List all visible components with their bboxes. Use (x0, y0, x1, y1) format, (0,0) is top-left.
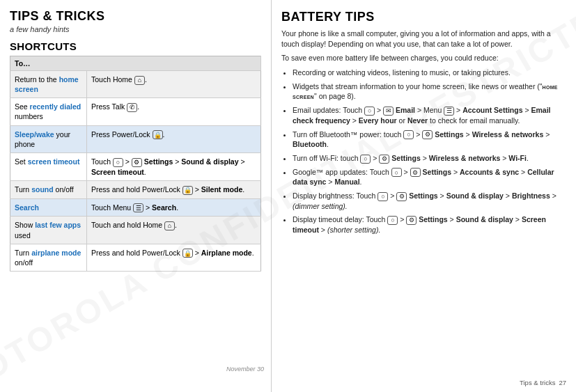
footer-label: Tips & tricks (520, 379, 555, 386)
bt-settings-icon: ⚙ (422, 130, 433, 139)
search-link: Search (15, 203, 39, 212)
table-cell-instruction: Touch Home ⌂. (87, 70, 261, 97)
table-row: See recently dialed numbers Press Talk ✆… (10, 98, 261, 125)
home-icon: ⌂ (134, 76, 145, 85)
timeout-settings-icon: ⚙ (406, 216, 417, 225)
google-settings-icon: ⚙ (410, 168, 421, 177)
table-cell-action: Turn airplane mode on/off (10, 244, 87, 271)
table-row: Return to the home screen Touch Home ⌂. (10, 70, 261, 97)
list-item: Widgets that stream information to your … (293, 81, 566, 102)
table-cell-instruction: Press Power/Lock 🔒. (87, 125, 261, 152)
table-cell-instruction: Press and hold Power/Lock 🔒 > Airplane m… (87, 244, 261, 271)
bright-circle-icon: ○ (377, 192, 388, 201)
list-item: Google™ app updates: Touch ○ > ⚙ Setting… (293, 167, 566, 187)
page-number: 27 (559, 379, 566, 386)
sound-link: sound (31, 185, 54, 194)
left-column: TIPS & TRICKS a few handy hints SHORTCUT… (0, 0, 272, 392)
table-row: Turn airplane mode on/off Press and hold… (10, 244, 261, 271)
battery-intro-1: Your phone is like a small computer, giv… (281, 29, 566, 49)
table-cell-action: Show last few apps used (10, 217, 87, 244)
talk-icon: ✆ (127, 103, 137, 112)
battery-title: BATTERY TIPS (281, 10, 566, 24)
last-apps-link: last few apps (35, 221, 81, 229)
table-row: Set screen timeout Touch ○ > ⚙ Settings … (10, 153, 261, 181)
wifi-settings-icon: ⚙ (379, 155, 389, 164)
table-cell-instruction: Press and hold Power/Lock 🔒 > Silent mod… (87, 180, 261, 198)
table-row: Sleep/wake your phone Press Power/Lock 🔒… (10, 125, 261, 152)
table-cell-instruction: Press Talk ✆. (87, 98, 261, 125)
email-icon: ✉ (383, 107, 394, 116)
table-header-row: To… (10, 56, 261, 70)
table-cell-action: Sleep/wake your phone (10, 125, 87, 152)
screen-timeout-link: screen timeout (28, 157, 80, 166)
table-row: Search Touch Menu ☰ > Search. (10, 198, 261, 217)
tips-title: TIPS & TRICKS (10, 10, 261, 24)
table-cell-instruction: Touch and hold Home ⌂. (87, 217, 261, 244)
timeout-circle-icon: ○ (387, 216, 398, 225)
table-cell-action: Turn sound on/off (10, 180, 87, 198)
airplane-mode-link: airplane mode (31, 249, 81, 257)
recently-dialed-link: recently dialed (30, 102, 81, 111)
list-item: Email updates: Touch ○ > ✉ Email > Menu … (293, 105, 566, 125)
battery-intro-2: To save even more battery life between c… (281, 53, 566, 63)
power-icon2: 🔒 (182, 249, 193, 258)
circle-icon: ○ (113, 158, 123, 167)
shortcuts-table: To… Return to the home screen Touch Home… (10, 56, 261, 272)
power-icon: 🔒 (153, 130, 163, 139)
table-header-cell: To… (10, 56, 261, 70)
list-item: Display brightness: Touch ○ > ⚙ Settings… (293, 191, 566, 211)
right-column: BATTERY TIPS Your phone is like a small … (272, 0, 576, 392)
home-screen-link: home screen (15, 75, 79, 93)
table-cell-action: Return to the home screen (10, 70, 87, 97)
power-lock-icon: 🔒 (182, 186, 193, 195)
page-footer: Tips & tricks 27 (520, 379, 566, 386)
table-cell-instruction: Touch ○ > ⚙ Settings > Sound & display >… (87, 153, 261, 181)
list-item: Turn off Wi-Fi: touch ○ > ⚙ Settings > W… (293, 153, 566, 164)
table-row: Turn sound on/off Press and hold Power/L… (10, 180, 261, 198)
home-icon2: ⌂ (164, 221, 175, 230)
menu-icon: ☰ (133, 203, 143, 212)
google-circle-icon: ○ (391, 168, 402, 177)
table-cell-action: Search (10, 198, 87, 217)
page-container: TIPS & TRICKS a few handy hints SHORTCUT… (0, 0, 576, 392)
list-item: Turn off Bluetooth™ power: touch ○ > ⚙ S… (293, 130, 566, 150)
table-cell-action: See recently dialed numbers (10, 98, 87, 125)
list-item: Recording or watching videos, listening … (293, 68, 566, 78)
battery-list: Recording or watching videos, listening … (281, 68, 566, 235)
bt-circle-icon: ○ (403, 130, 414, 139)
table-cell-instruction: Touch Menu ☰ > Search. (87, 198, 261, 217)
settings-icon: ⚙ (132, 158, 142, 167)
list-item: Display timeout delay: Touch ○ > ⚙ Setti… (293, 214, 566, 235)
table-row: Show last few apps used Touch and hold H… (10, 217, 261, 244)
email-circle-icon: ○ (364, 107, 375, 116)
tips-subtitle: a few handy hints (10, 25, 261, 33)
bright-settings-icon: ⚙ (396, 192, 407, 201)
home-screen-smallcaps: home screen (293, 83, 558, 101)
wifi-circle-icon: ○ (360, 155, 371, 164)
table-cell-action: Set screen timeout (10, 153, 87, 181)
shortcuts-title: SHORTCUTS (10, 40, 261, 52)
date-stamp: November 30 (226, 366, 264, 373)
email-menu-icon: ☰ (444, 107, 454, 116)
sleep-wake-link: Sleep/wake (15, 130, 54, 139)
